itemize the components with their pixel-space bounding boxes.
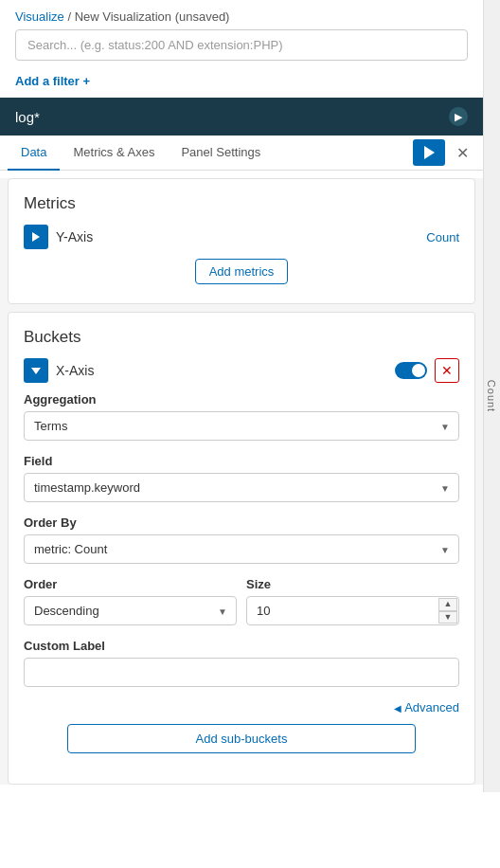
aggregation-label: Aggregation xyxy=(24,392,459,407)
x-axis-toggle[interactable] xyxy=(24,358,48,383)
right-label-panel: Count xyxy=(483,0,500,792)
size-decrement[interactable]: ▼ xyxy=(438,611,457,624)
search-bar[interactable]: Search... (e.g. status:200 AND extension… xyxy=(15,29,468,61)
size-input-wrapper: ▲ ▼ xyxy=(246,596,459,625)
add-filter-label: Add a filter xyxy=(15,74,80,88)
x-axis-row: X-Axis ✕ xyxy=(24,358,459,383)
field-select[interactable]: timestamp.keyword @timestamp message lev… xyxy=(24,473,459,502)
x-axis-label: X-Axis xyxy=(56,363,395,378)
aggregation-select-wrapper: Terms Date Histogram Range Filters Signi… xyxy=(24,411,459,441)
tab-data[interactable]: Data xyxy=(8,136,60,171)
custom-label-group: Custom Label xyxy=(24,639,459,687)
size-label: Size xyxy=(246,577,459,591)
add-filter-icon: + xyxy=(83,74,91,88)
breadcrumb-link[interactable]: Visualize xyxy=(15,9,64,24)
search-placeholder: Search... (e.g. status:200 AND extension… xyxy=(27,38,283,52)
order-by-select[interactable]: metric: Count metric: Sum Alphabetical xyxy=(24,534,459,564)
tab-metrics-axes[interactable]: Metrics & Axes xyxy=(60,136,168,171)
order-size-row: Order Descending Ascending Size xyxy=(24,577,459,625)
custom-label-input[interactable] xyxy=(24,658,459,687)
toggle-slider xyxy=(395,362,427,379)
run-icon xyxy=(424,146,435,159)
y-axis-value: Count xyxy=(426,230,459,244)
tabs-row: Data Metrics & Axes Panel Settings ✕ xyxy=(0,136,483,171)
metrics-section: Metrics Y-Axis Count Add metrics xyxy=(8,178,475,304)
breadcrumb-current: New Visualization (unsaved) xyxy=(75,9,230,24)
custom-label-label: Custom Label xyxy=(24,639,459,653)
x-axis-chevron-icon xyxy=(31,368,41,374)
field-group: Field timestamp.keyword @timestamp messa… xyxy=(24,454,459,502)
add-metrics-button[interactable]: Add metrics xyxy=(195,259,289,284)
advanced-link[interactable]: Advanced xyxy=(394,700,459,714)
collapse-button[interactable]: ▶ xyxy=(449,107,468,126)
size-group: Size ▲ ▼ xyxy=(246,577,459,625)
main-content: Metrics Y-Axis Count Add metrics Buckets xyxy=(0,178,483,785)
add-sub-buckets-button[interactable]: Add sub-buckets xyxy=(67,724,416,753)
x-axis-delete-button[interactable]: ✕ xyxy=(435,358,459,383)
y-axis-toggle[interactable] xyxy=(24,225,48,249)
field-select-wrapper: timestamp.keyword @timestamp message lev… xyxy=(24,473,459,502)
buckets-title: Buckets xyxy=(24,328,459,347)
order-by-select-wrapper: metric: Count metric: Sum Alphabetical xyxy=(24,534,459,564)
order-by-group: Order By metric: Count metric: Sum Alpha… xyxy=(24,515,459,564)
tab-panel-settings[interactable]: Panel Settings xyxy=(168,136,274,171)
order-by-label: Order By xyxy=(24,515,459,530)
breadcrumb-separator: / xyxy=(67,9,74,24)
order-select[interactable]: Descending Ascending xyxy=(24,596,237,625)
size-input[interactable] xyxy=(246,596,459,625)
y-axis-row: Y-Axis Count xyxy=(24,225,459,249)
size-increment[interactable]: ▲ xyxy=(438,598,457,611)
order-select-wrapper: Descending Ascending xyxy=(24,596,237,625)
breadcrumb: Visualize / New Visualization (unsaved) xyxy=(0,0,483,29)
aggregation-group: Aggregation Terms Date Histogram Range F… xyxy=(24,392,459,441)
run-button[interactable] xyxy=(413,139,445,166)
add-filter-row[interactable]: Add a filter + xyxy=(0,68,483,98)
y-axis-toggle-icon xyxy=(32,232,40,242)
x-axis-enable-toggle[interactable] xyxy=(395,362,427,379)
close-button[interactable]: ✕ xyxy=(449,139,475,166)
panel-title: log* xyxy=(15,109,40,125)
buckets-section: Buckets X-Axis ✕ Aggregation xyxy=(8,312,475,785)
field-label: Field xyxy=(24,454,459,468)
advanced-row: Advanced xyxy=(24,700,459,714)
size-spinners: ▲ ▼ xyxy=(438,598,457,624)
panel-header: log* ▶ xyxy=(0,98,483,136)
y-axis-label: Y-Axis xyxy=(56,229,426,244)
aggregation-select[interactable]: Terms Date Histogram Range Filters Signi… xyxy=(24,411,459,441)
order-label: Order xyxy=(24,577,237,591)
right-label-text: Count xyxy=(487,380,498,412)
metrics-title: Metrics xyxy=(24,194,459,213)
order-group: Order Descending Ascending xyxy=(24,577,237,625)
